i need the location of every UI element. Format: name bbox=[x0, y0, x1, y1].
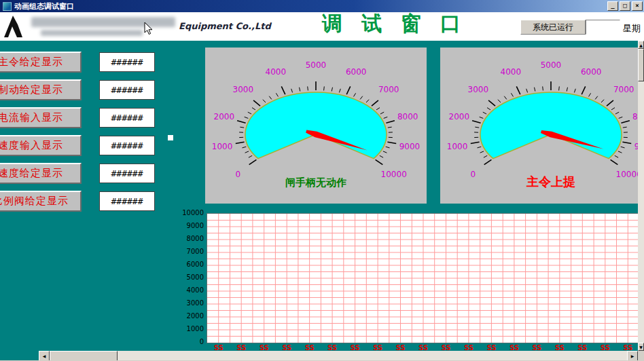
window-controls: _ □ × bbox=[607, 1, 643, 11]
svg-text:7000: 7000 bbox=[613, 85, 634, 94]
gauge-panel-right: 0100020003000400050006000700080009000100… bbox=[440, 48, 644, 204]
display-value-box: ###### bbox=[99, 191, 155, 211]
minimize-button[interactable]: _ bbox=[607, 1, 618, 11]
svg-text:9000: 9000 bbox=[399, 142, 421, 151]
display-label-text: 速度输入显示 bbox=[0, 139, 63, 152]
svg-text:4000: 4000 bbox=[501, 67, 522, 77]
svg-text:3000: 3000 bbox=[233, 85, 254, 94]
y-tick-label: 9000 bbox=[187, 222, 204, 229]
app-icon bbox=[3, 2, 12, 11]
svg-text:0: 0 bbox=[235, 170, 240, 179]
svg-text:5000: 5000 bbox=[541, 60, 562, 70]
y-tick-label: 4000 bbox=[187, 286, 204, 294]
display-label-text: 速度给定显示 bbox=[0, 167, 63, 180]
y-tick-label: 2000 bbox=[187, 312, 204, 320]
scroll-right-arrow-icon[interactable]: ▶ bbox=[627, 351, 638, 361]
display-value-text: ###### bbox=[111, 196, 143, 206]
y-tick-label: 10000 bbox=[182, 209, 204, 216]
display-value-box: ###### bbox=[99, 136, 155, 155]
y-tick-label: 5000 bbox=[187, 273, 204, 281]
display-value-text: ###### bbox=[111, 140, 143, 151]
trend-plot bbox=[207, 213, 640, 343]
display-label-button[interactable]: 速度输入显示 bbox=[0, 135, 82, 156]
display-value-text: ###### bbox=[111, 85, 143, 95]
brake-handle-gauge: 0100020003000400050006000700080009000100… bbox=[205, 48, 427, 204]
weekday-label: 星期 bbox=[623, 22, 641, 35]
display-value-box: ###### bbox=[99, 80, 155, 100]
y-tick-label: 8000 bbox=[187, 235, 204, 242]
svg-text:4000: 4000 bbox=[266, 67, 287, 77]
scroll-up-arrow-icon[interactable]: ▲ bbox=[638, 41, 644, 49]
display-value-text: ###### bbox=[111, 57, 143, 67]
scrollbar-corner bbox=[638, 351, 644, 361]
svg-text:主令上提: 主令上提 bbox=[526, 174, 575, 189]
status-value-box[interactable] bbox=[586, 20, 620, 35]
display-label-text: 电流输入显示 bbox=[0, 111, 63, 124]
svg-text:6000: 6000 bbox=[581, 67, 602, 77]
gauge-panel-left: 0100020003000400050006000700080009000100… bbox=[205, 48, 427, 204]
master-command-gauge: 0100020003000400050006000700080009000100… bbox=[440, 48, 644, 204]
display-label-button[interactable]: 比例阀给定显示 bbox=[0, 191, 82, 212]
vertical-scroll-thumb[interactable] bbox=[638, 49, 644, 81]
display-label-text: 制动给定显示 bbox=[0, 83, 63, 96]
window-title: 动画组态调试窗口 bbox=[14, 1, 74, 12]
mouse-cursor bbox=[144, 22, 154, 36]
svg-text:5000: 5000 bbox=[306, 60, 327, 70]
svg-text:10000: 10000 bbox=[381, 170, 407, 179]
y-tick-label: 7000 bbox=[187, 248, 204, 255]
svg-text:8000: 8000 bbox=[397, 112, 418, 121]
y-tick-label: 1000 bbox=[187, 325, 204, 332]
trend-plot-grid bbox=[207, 214, 639, 343]
svg-text:2000: 2000 bbox=[214, 112, 235, 121]
header: Equipment Co.,Ltd 调试窗口 系统已运行 星期 bbox=[0, 12, 644, 41]
close-button[interactable]: × bbox=[632, 1, 643, 11]
page-title: 调试窗口 bbox=[322, 10, 480, 38]
display-label-text: 比例阀给定显示 bbox=[0, 195, 69, 208]
display-value-box: ###### bbox=[99, 164, 155, 183]
display-label-button[interactable]: 制动给定显示 bbox=[0, 79, 82, 100]
display-value-box: ###### bbox=[99, 108, 155, 128]
display-label-button[interactable]: 电流输入显示 bbox=[0, 107, 82, 128]
company-logo-icon bbox=[2, 14, 31, 39]
maximize-button[interactable]: □ bbox=[620, 1, 630, 11]
svg-text:2000: 2000 bbox=[449, 112, 470, 121]
svg-text:3000: 3000 bbox=[468, 85, 489, 94]
svg-text:6000: 6000 bbox=[346, 67, 367, 77]
company-name-en: Equipment Co.,Ltd bbox=[179, 21, 271, 31]
display-label-text: 主令给定显示 bbox=[0, 56, 63, 69]
display-value-text: ###### bbox=[111, 113, 143, 123]
display-value-box: ###### bbox=[99, 52, 155, 72]
y-axis-labels: 1000090008000700060005000400030002000100… bbox=[181, 208, 205, 347]
y-tick-label: 3000 bbox=[187, 299, 204, 307]
svg-text:0: 0 bbox=[470, 170, 476, 179]
blurred-company-subtitle bbox=[41, 30, 143, 36]
horizontal-scrollbar[interactable]: ◀ ▶ bbox=[39, 351, 638, 361]
scroll-down-arrow-icon[interactable]: ▼ bbox=[638, 343, 644, 351]
svg-text:1000: 1000 bbox=[212, 142, 233, 151]
scroll-left-arrow-icon[interactable]: ◀ bbox=[39, 351, 50, 361]
marker-dot bbox=[168, 135, 173, 140]
y-tick-label: 6000 bbox=[187, 261, 204, 268]
display-value-text: ###### bbox=[111, 168, 143, 178]
display-label-button[interactable]: 主令给定显示 bbox=[0, 52, 82, 73]
svg-text:闸手柄无动作: 闸手柄无动作 bbox=[285, 176, 346, 189]
svg-text:1000: 1000 bbox=[447, 142, 468, 151]
system-running-label: 系统已运行 bbox=[520, 20, 586, 35]
blurred-company-name bbox=[31, 17, 175, 27]
display-label-button[interactable]: 速度给定显示 bbox=[0, 163, 82, 184]
svg-text:7000: 7000 bbox=[378, 85, 399, 94]
vertical-scrollbar[interactable]: ▲ ▼ bbox=[638, 41, 644, 351]
trend-chart: 1000090008000700060005000400030002000100… bbox=[181, 208, 644, 358]
horizontal-scroll-thumb[interactable] bbox=[50, 351, 118, 361]
